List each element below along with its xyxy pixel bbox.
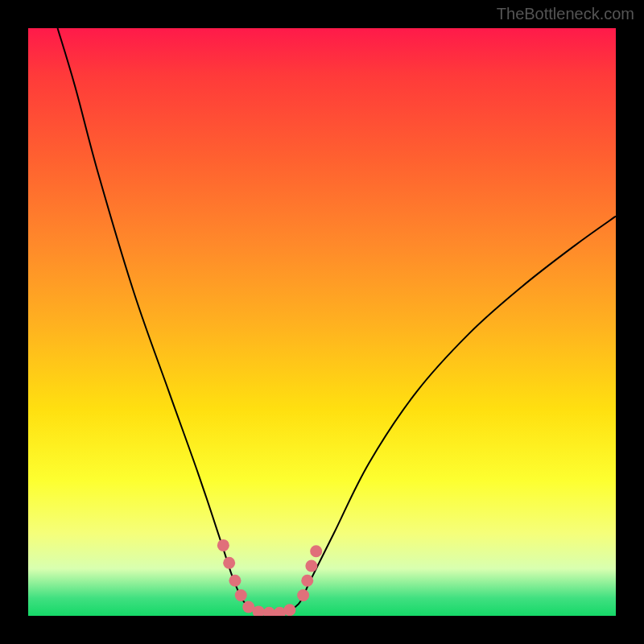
marker-dot <box>301 575 313 587</box>
watermark-text: TheBottleneck.com <box>497 5 634 23</box>
chart-plot-area <box>28 28 616 616</box>
bottleneck-curve <box>58 28 617 614</box>
marker-dot <box>310 545 322 557</box>
marker-dot <box>223 557 235 569</box>
chart-svg <box>28 28 616 616</box>
marker-dot <box>297 589 309 601</box>
marker-dot <box>217 539 229 551</box>
marker-dot <box>235 589 247 601</box>
marker-dot <box>229 575 241 587</box>
curve-markers <box>217 539 322 616</box>
marker-dot <box>305 559 317 572</box>
marker-dot <box>283 604 295 616</box>
marker-dot <box>263 607 275 616</box>
